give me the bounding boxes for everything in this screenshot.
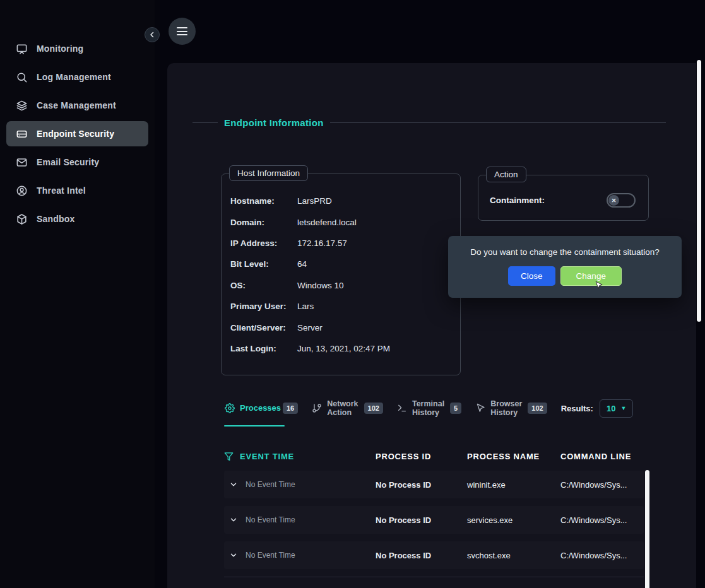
host-field-ip-address: IP Address: 172.16.17.57 — [230, 233, 451, 254]
host-field-os: OS: Windows 10 — [230, 275, 451, 296]
table-scrollbar[interactable] — [645, 470, 649, 588]
threat-icon — [15, 184, 28, 197]
terminal-count-badge: 5 — [450, 403, 461, 414]
chevron-down-icon: ▼ — [620, 405, 626, 411]
active-tab-underline — [224, 425, 285, 426]
gear-icon — [224, 403, 235, 414]
sidebar-item-label: Endpoint Security — [37, 129, 114, 139]
hamburger-menu-button[interactable] — [169, 18, 196, 45]
column-process-id: PROCESS ID — [376, 452, 467, 461]
chevron-down-icon — [229, 515, 238, 524]
tab-terminal-history[interactable]: Terminal History 5 — [397, 399, 461, 418]
tab-browser-history[interactable]: Browser History 102 — [475, 399, 547, 418]
detail-tabs: Processes 16 Network Action 102 Terminal… — [224, 392, 671, 424]
main-panel: Endpoint Information Host Information Ho… — [167, 63, 696, 588]
tab-network-action[interactable]: Network Action 102 — [312, 399, 383, 418]
processes-count-badge: 16 — [283, 403, 298, 414]
column-event-time[interactable]: EVENT TIME — [224, 452, 376, 461]
action-box: Action Containment: ✕ — [478, 175, 649, 221]
endpoint-icon — [15, 127, 28, 140]
app-screen: Monitoring Log Management Case Managemen… — [0, 0, 705, 588]
host-field-client-server: Client/Server: Server — [230, 317, 451, 338]
filter-icon — [224, 452, 234, 461]
host-field-last-login: Last Login: Jun, 13, 2021, 02:47 PM — [230, 338, 451, 359]
action-legend: Action — [486, 167, 526, 182]
monitor-icon — [15, 42, 28, 55]
mail-icon — [15, 156, 28, 168]
mouse-cursor-icon — [594, 280, 603, 291]
sidebar-item-monitoring[interactable]: Monitoring — [6, 36, 148, 61]
sidebar-item-log-management[interactable]: Log Management — [6, 64, 148, 90]
terminal-icon — [397, 403, 407, 414]
table-row[interactable]: No Event Time No Process ID wininit.exe … — [224, 471, 644, 498]
chevron-down-icon — [229, 551, 238, 560]
results-group: Results: 10 ▼ — [561, 399, 634, 418]
containment-dialog: Do you want to change the containment si… — [448, 236, 682, 298]
column-process-name: PROCESS NAME — [467, 452, 560, 461]
section-title-row: Endpoint Information — [193, 117, 666, 128]
page-scrollbar[interactable] — [697, 60, 701, 322]
table-row[interactable]: No Event Time No Process ID services.exe… — [224, 506, 644, 534]
sidebar-item-label: Case Management — [37, 100, 116, 110]
table-header-row: EVENT TIME PROCESS ID PROCESS NAME COMMA… — [224, 442, 644, 471]
results-per-page-select[interactable]: 10 ▼ — [600, 399, 633, 418]
sidebar-item-case-management[interactable]: Case Management — [6, 93, 148, 118]
tab-processes[interactable]: Processes 16 — [224, 403, 298, 414]
hamburger-icon — [177, 27, 187, 28]
sidebar-item-label: Email Security — [37, 157, 99, 167]
host-information-legend: Host Information — [229, 165, 308, 181]
sidebar-item-endpoint-security[interactable]: Endpoint Security — [6, 121, 148, 146]
sidebar-item-sandbox[interactable]: Sandbox — [6, 206, 148, 232]
chevron-down-icon — [229, 480, 238, 489]
host-information-box: Host Information Hostname: LarsPRD Domai… — [221, 173, 461, 375]
table-row-divider — [224, 577, 644, 577]
host-field-domain: Domain: letsdefend.local — [230, 211, 451, 232]
browser-count-badge: 102 — [528, 403, 547, 414]
sidebar-item-label: Monitoring — [37, 44, 83, 54]
host-field-bit-level: Bit Level: 64 — [230, 254, 451, 274]
close-button[interactable]: Close — [508, 266, 555, 286]
sidebar-item-label: Log Management — [37, 72, 111, 82]
pointer-icon — [475, 403, 485, 414]
network-count-badge: 102 — [364, 403, 383, 414]
branch-icon — [312, 403, 322, 414]
host-field-hostname: Hostname: LarsPRD — [230, 191, 451, 211]
toggle-off-icon: ✕ — [608, 195, 619, 206]
dialog-message: Do you want to change the containment si… — [448, 247, 682, 257]
table-row[interactable]: No Event Time No Process ID svchost.exe … — [224, 541, 644, 569]
sidebar-collapse-button[interactable] — [145, 27, 160, 42]
layers-icon — [15, 99, 28, 112]
sandbox-icon — [15, 213, 28, 225]
sidebar-item-label: Threat Intel — [37, 185, 86, 196]
search-icon — [15, 71, 28, 83]
results-label: Results: — [561, 404, 593, 413]
change-button[interactable]: Change — [560, 266, 622, 286]
sidebar-item-label: Sandbox — [37, 214, 75, 224]
column-command-line: COMMAND LINE — [560, 452, 644, 461]
containment-toggle[interactable]: ✕ — [607, 193, 636, 208]
processes-table: EVENT TIME PROCESS ID PROCESS NAME COMMA… — [224, 442, 644, 577]
containment-label: Containment: — [490, 196, 545, 205]
sidebar: Monitoring Log Management Case Managemen… — [0, 0, 155, 588]
host-field-primary-user: Primary User: Lars — [230, 296, 451, 317]
page-title: Endpoint Information — [224, 117, 324, 128]
sidebar-item-email-security[interactable]: Email Security — [6, 150, 148, 175]
sidebar-item-threat-intel[interactable]: Threat Intel — [6, 178, 148, 203]
